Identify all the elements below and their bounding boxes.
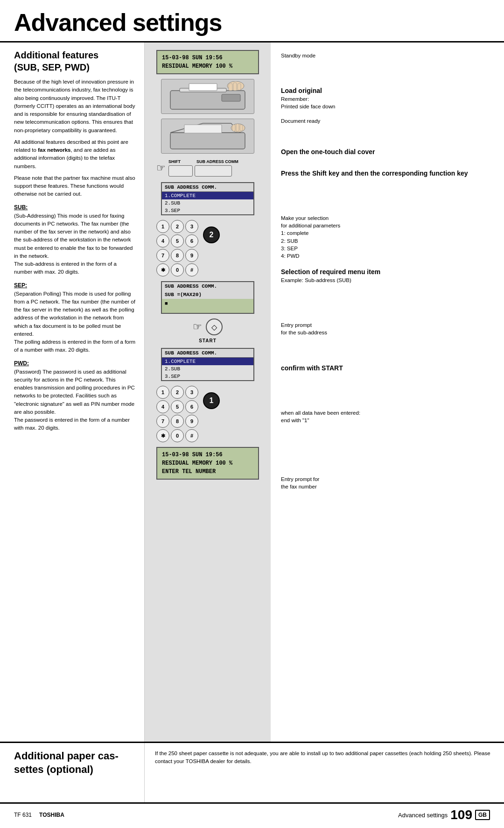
opt1: 1: complete (281, 229, 496, 237)
svg-rect-2 (189, 84, 217, 91)
entry-prompt-2: for the sub-address (281, 329, 496, 336)
footer: TF 631 TOSHIBA Advanced settings 109 GB (0, 802, 504, 826)
display-screen-2: 15-03-98 SUN 19:56 RESIDUAL MEMORY 100 %… (156, 447, 259, 480)
key-9[interactable]: 9 (185, 249, 198, 262)
start-confirm-heading: confirm with START (281, 364, 496, 372)
start-area: ☞ ◇ START (193, 318, 223, 343)
menu1-header: SUB ADDRESS COMM. (162, 183, 253, 192)
display-screen-1: 15-03-98 SUN 19:56 RESIDUAL MEMORY 100 % (156, 50, 259, 74)
key2-2[interactable]: 2 (171, 386, 184, 399)
sub-text: (Sub-Addressing) This mode is used for f… (14, 212, 136, 276)
shift-key[interactable] (168, 165, 193, 177)
opt2: 2: SUB (281, 237, 496, 245)
bottom-section: Additional paper cas- settes (optional) … (0, 742, 504, 802)
key2-4[interactable]: 4 (156, 400, 169, 413)
keypad-1: 1 2 3 4 5 6 7 8 9 ✱ 0 # (156, 220, 198, 276)
key2-6[interactable]: 6 (185, 400, 198, 413)
entry-cursor: ■ (162, 299, 253, 313)
right-column: Standby mode Load original Remember: Pri… (271, 42, 504, 742)
menu1-item3[interactable]: 3.SEP (162, 207, 253, 214)
keypad-2: 1 2 3 4 5 6 7 8 9 ✱ 0 # (156, 386, 198, 442)
key2-8[interactable]: 8 (171, 415, 184, 428)
key-1[interactable]: 1 (156, 220, 169, 233)
key-3[interactable]: 3 (185, 220, 198, 233)
section-heading: Additional features (SUB, SEP, PWD) (14, 49, 136, 73)
bottom-heading: Additional paper cas- settes (optional) (14, 750, 136, 776)
right-item-load: Load original Remember: Printed side fac… (281, 87, 496, 125)
key2-star[interactable]: ✱ (156, 429, 169, 442)
center-column: 15-03-98 SUN 19:56 RESIDUAL MEMORY 100 % (145, 42, 271, 742)
right-item-fax-prompt: Entry prompt for the fax number (281, 475, 496, 490)
footer-gb-box: GB (475, 810, 490, 820)
sub-addr-menu-2: SUB ADDRESS COMM. 1.COMPLETE 2.SUB 3.SEP (161, 348, 254, 381)
key-6[interactable]: 6 (185, 234, 198, 248)
svg-rect-4 (229, 84, 232, 91)
key2-5[interactable]: 5 (171, 400, 184, 413)
bottom-body: If the 250 sheet paper cassette is not a… (155, 750, 494, 766)
menu1-item2[interactable]: 2.SUB (162, 199, 253, 207)
load-sub1: Remember: (281, 95, 496, 103)
right-item-end: when all data have been entered: end wit… (281, 409, 496, 424)
key2-1[interactable]: 1 (156, 386, 169, 399)
bottom-left: Additional paper cas- settes (optional) (0, 743, 145, 802)
fax-svg-1 (166, 81, 250, 112)
body-text-3: Please note that the partner fax machine… (14, 174, 136, 198)
svg-rect-8 (170, 133, 245, 149)
display-line1: 15-03-98 SUN 19:56 (162, 54, 253, 62)
hand-icon-2: ☞ (193, 321, 202, 333)
pwd-heading: PWD: (14, 360, 136, 367)
selected-key-2: 2 (203, 226, 220, 243)
svg-rect-7 (222, 94, 240, 101)
standby-label: Standby mode (281, 50, 315, 58)
menu2-item3[interactable]: 3.SEP (162, 373, 253, 380)
menu1-item1[interactable]: 1.COMPLETE (162, 192, 253, 199)
menu2-header: SUB ADDRESS COMM. (162, 349, 253, 358)
key2-0[interactable]: 0 (171, 429, 184, 442)
shift-heading: Press the Shift key and then the corresp… (281, 170, 496, 177)
footer-page-num: 109 (450, 807, 472, 822)
end-line1: when all data have been entered: (281, 409, 496, 417)
key-star[interactable]: ✱ (156, 263, 169, 276)
display2-line1: 15-03-98 SUN 19:56 (162, 451, 253, 459)
footer-right: Advanced settings 109 GB (398, 807, 490, 822)
key2-hash[interactable]: # (185, 429, 198, 442)
menu2-item2[interactable]: 2.SUB (162, 365, 253, 373)
fax-prompt-2: the fax number (281, 483, 496, 490)
right-item-start-confirm: confirm with START (281, 364, 496, 372)
key-4[interactable]: 4 (156, 234, 169, 248)
key-hash[interactable]: # (185, 263, 198, 276)
selected-key-1: 1 (203, 392, 220, 409)
footer-left: TF 631 TOSHIBA (14, 812, 64, 818)
keypad-area-2: 1 2 3 4 5 6 7 8 9 ✱ 0 # 1 (156, 386, 259, 442)
key2-3[interactable]: 3 (185, 386, 198, 399)
shift-label: SHIFT (168, 159, 181, 164)
key-row: ☞ SHIFT SUB ADRESS COMM (156, 159, 259, 177)
footer-brand: TOSHIBA (39, 812, 64, 818)
display-line2: RESIDUAL MEMORY 100 % (162, 62, 253, 71)
right-item-standby: Standby mode (281, 52, 496, 59)
svg-rect-5 (233, 83, 237, 91)
menu2-item1[interactable]: 1.COMPLETE (162, 358, 253, 365)
hand-icon-1: ☞ (156, 162, 166, 174)
sep-heading: SEP: (14, 282, 136, 289)
footer-section-label: Advanced settings (398, 812, 448, 819)
start-button[interactable]: ◇ (206, 318, 223, 335)
page-title: Advanced settings (0, 0, 504, 41)
key-5[interactable]: 5 (171, 234, 184, 248)
sub-adress-key[interactable] (195, 165, 232, 177)
keypad-area-1: 1 2 3 4 5 6 7 8 9 ✱ 0 # 2 (156, 220, 259, 276)
sub-heading: SUB: (14, 204, 136, 211)
key-7[interactable]: 7 (156, 249, 169, 262)
load-heading: Load original (281, 87, 496, 94)
fax-svg-2 (166, 121, 250, 151)
key-2[interactable]: 2 (171, 220, 184, 233)
svg-rect-6 (238, 84, 241, 90)
fax-load-sketch-1 (161, 79, 254, 114)
fax-prompt-1: Entry prompt for (281, 475, 496, 483)
key-8[interactable]: 8 (171, 249, 184, 262)
key2-9[interactable]: 9 (185, 415, 198, 428)
key2-7[interactable]: 7 (156, 415, 169, 428)
svg-rect-14 (240, 125, 243, 131)
key-0[interactable]: 0 (171, 263, 184, 276)
left-column: Additional features (SUB, SEP, PWD) Beca… (0, 42, 145, 742)
